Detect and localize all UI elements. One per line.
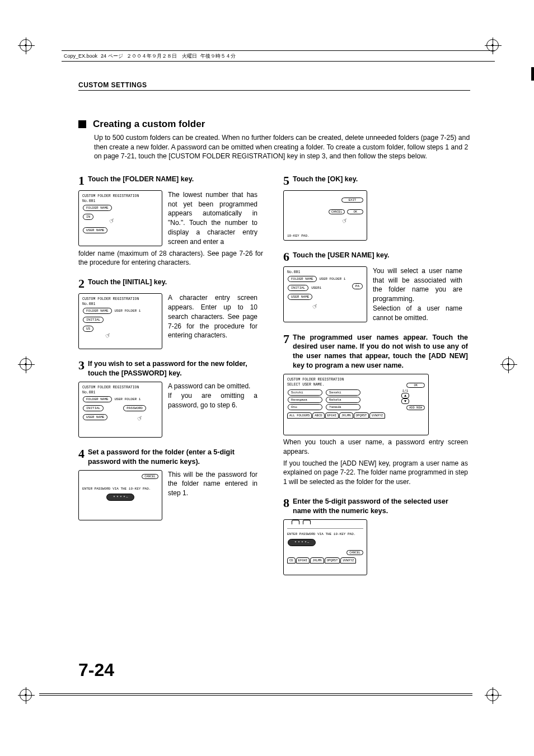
step-5-title: Touch the [OK] key. bbox=[293, 175, 468, 184]
step-1: 1 Touch the [FOLDER NAME] key. CUSTOM FO… bbox=[78, 175, 263, 267]
hand-pointer-icon: ☞ bbox=[107, 215, 116, 226]
shot1-title: CUSTOM FOLDER REGISTRATION bbox=[82, 194, 158, 198]
shot8-tab-4: UVWXYZ bbox=[340, 557, 356, 564]
step-8-title: Enter the 5-digit password of the select… bbox=[293, 497, 468, 516]
shot4-password-field: ＊＊＊＊− bbox=[106, 494, 134, 501]
shot6-initial-key: INITIAL bbox=[288, 285, 308, 291]
step-2: 2 Touch the [INITIAL] key. CUSTOM FOLDER… bbox=[78, 278, 263, 349]
shot7-tabs: ALL FOLDERS ABCD EFGHI JKLMN OPQRST UVWX… bbox=[287, 412, 425, 419]
shot8-tab-2: JKLMN bbox=[310, 557, 324, 564]
shot1-in-key: IN bbox=[83, 214, 93, 220]
step-5-screenshot: EXIT CANCEL OK ☞ 10-KEY PAD. bbox=[283, 190, 367, 241]
print-header-file: Copy_EX.book bbox=[64, 53, 97, 59]
shot4-prompt: ENTER PASSWORD VIA THE 10-KEY PAD. bbox=[82, 487, 158, 491]
step-7-screenshot: CUSTOM FOLDER REGISTRATION SELECT USER N… bbox=[283, 374, 429, 435]
hand-pointer-icon: ☞ bbox=[340, 215, 349, 226]
subsection-heading-row: Creating a custom folder bbox=[78, 119, 470, 130]
shot7-ok-key: OK bbox=[406, 383, 425, 388]
print-header: Copy_EX.book 24 ページ ２００４年９月２８日 火曜日 午後９時５… bbox=[62, 50, 495, 62]
shot1-folder-name-key: FOLDER NAME bbox=[83, 205, 112, 211]
step-7-number: 7 bbox=[283, 333, 289, 345]
step-1-para1: The lowest number that has not yet been … bbox=[168, 190, 257, 247]
shot3-no: No.001 bbox=[82, 391, 158, 395]
step-6-para: You will select a user name that will be… bbox=[373, 266, 462, 323]
step-6-screenshot: No.001 FOLDER NAME USER FOLDER 1 INITIAL… bbox=[283, 266, 367, 322]
shot6-initial-value: USER1 bbox=[311, 286, 321, 290]
print-header-time: 午後９時５４分 bbox=[200, 53, 236, 60]
shot3-folder-name-key: FOLDER NAME bbox=[83, 396, 112, 402]
shot3-password-key: PASSWORD bbox=[123, 405, 146, 411]
step-8-screenshot: ENTER PASSWORD VIA THE 10-KEY PAD. ＊＊＊＊−… bbox=[283, 519, 367, 575]
shot6-folder-name-key: FOLDER NAME bbox=[288, 276, 317, 282]
step-5: 5 Touch the [OK] key. EXIT CANCEL OK ☞ 1… bbox=[283, 175, 468, 241]
step-3-para: A password can be omitted. If you are om… bbox=[168, 382, 257, 438]
shot7-tab-4: OPQRST bbox=[354, 412, 369, 419]
section-header: CUSTOM SETTINGS bbox=[78, 81, 470, 89]
step-3-number: 3 bbox=[78, 359, 85, 372]
shot2-title: CUSTOM FOLDER REGISTRATION bbox=[82, 297, 158, 301]
shot4-cancel-key: CANCEL bbox=[142, 474, 158, 479]
print-header-page: 24 ページ bbox=[101, 53, 123, 60]
shot6-user-name-key: USER NAME bbox=[288, 294, 312, 300]
step-7: 7 The programmed user names appear. Touc… bbox=[283, 333, 468, 487]
reg-mark-right bbox=[502, 358, 514, 370]
shot8-tab-3: OPQRST bbox=[325, 557, 340, 564]
shot7-pager: 1/1 bbox=[386, 389, 425, 393]
shot8-tabs: CD EFGHI JKLMN OPQRST UVWXYZ bbox=[287, 557, 363, 564]
shot8-tab-0: CD bbox=[287, 557, 296, 564]
shot7-tab-5: UVWXYZ bbox=[369, 412, 385, 419]
hand-pointer-icon: ☞ bbox=[311, 301, 320, 312]
step-4-number: 4 bbox=[78, 448, 85, 460]
shot3-folder-value: USER FOLDER 1 bbox=[115, 397, 141, 401]
shot7-tab-2: EFGHI bbox=[325, 412, 339, 419]
step-2-title: Touch the [INITIAL] key. bbox=[88, 278, 263, 287]
left-column: 1 Touch the [FOLDER NAME] key. CUSTOM FO… bbox=[78, 175, 263, 585]
reg-mark-tl bbox=[20, 39, 48, 67]
right-column: 5 Touch the [OK] key. EXIT CANCEL OK ☞ 1… bbox=[283, 175, 468, 585]
intro-paragraph: Up to 500 custom folders can be created.… bbox=[94, 133, 470, 161]
shot5-exit-key: EXIT bbox=[341, 198, 363, 203]
step-1-para2: folder name (maximum of 28 characters). … bbox=[78, 249, 263, 268]
step-3: 3 If you wish to set a password for the … bbox=[78, 359, 263, 438]
hand-pointer-icon: ☞ bbox=[104, 330, 113, 341]
shot7-user-2: Hasegawa bbox=[288, 397, 322, 403]
trim-edge bbox=[531, 67, 534, 81]
shot7-tab-0: ALL FOLDERS bbox=[287, 412, 312, 419]
shot7-user-3: Nakata bbox=[326, 397, 360, 403]
step-6: 6 Touch the [USER NAME] key. No.001 FOLD… bbox=[283, 251, 468, 323]
step-6-title: Touch the [USER NAME] key. bbox=[293, 251, 468, 260]
shot3-initial-key: INITIAL bbox=[83, 405, 104, 411]
shot3-user-name-key: USER NAME bbox=[83, 414, 107, 420]
content-area: CUSTOM SETTINGS Creating a custom folder… bbox=[78, 81, 470, 585]
step-2-para: A character entry screen appears. Enter … bbox=[168, 293, 257, 349]
step-8: 8 Enter the 5-digit password of the sele… bbox=[283, 497, 468, 575]
shot8-tab-1: EFGHI bbox=[296, 557, 310, 564]
step-6-number: 6 bbox=[283, 251, 289, 263]
shot8-prompt: ENTER PASSWORD VIA THE 10-KEY PAD. bbox=[287, 532, 363, 536]
step-1-title: Touch the [FOLDER NAME] key. bbox=[88, 175, 263, 184]
down-arrow-icon: ▼ bbox=[401, 398, 409, 404]
square-bullet-icon bbox=[78, 120, 86, 128]
step-3-screenshot: CUSTOM FOLDER REGISTRATION No.001 FOLDER… bbox=[78, 382, 162, 438]
shot8-cancel-key: CANCEL bbox=[346, 550, 363, 555]
shot7-user-1: Sasaki bbox=[326, 389, 360, 396]
shot7-title: CUSTOM FOLDER REGISTRATION bbox=[287, 378, 425, 382]
shot5-ok-key: OK bbox=[347, 209, 363, 214]
step-1-screenshot: CUSTOM FOLDER REGISTRATION No.001 FOLDER… bbox=[78, 190, 162, 246]
shot5-cancel-key: CANCEL bbox=[329, 209, 345, 214]
step-4-title: Set a password for the folder (enter a 5… bbox=[88, 448, 263, 467]
shot7-user-0: Suzuki bbox=[288, 389, 322, 396]
step-7-para1: When you touch a user name, a password e… bbox=[283, 438, 468, 457]
reg-mark-br bbox=[486, 689, 514, 717]
page: Copy_EX.book 24 ページ ２００４年９月２８日 火曜日 午後９時５… bbox=[0, 0, 534, 756]
shot6-no: No.001 bbox=[287, 270, 363, 274]
shot2-folder-name-key: FOLDER NAME bbox=[83, 308, 112, 314]
step-7-title: The programmed user names appear. Touch … bbox=[293, 333, 468, 371]
shot6-folder-value: USER FOLDER 1 bbox=[320, 277, 346, 281]
page-number: 7-24 bbox=[78, 660, 114, 680]
shot7-tab-3: JKLMN bbox=[339, 412, 353, 419]
step-4-screenshot: CANCEL ENTER PASSWORD VIA THE 10-KEY PAD… bbox=[78, 470, 162, 520]
shot7-subtitle: SELECT USER NAME. bbox=[287, 383, 324, 387]
shot7-user-4: Ono bbox=[288, 404, 322, 410]
step-1-number: 1 bbox=[78, 175, 85, 187]
